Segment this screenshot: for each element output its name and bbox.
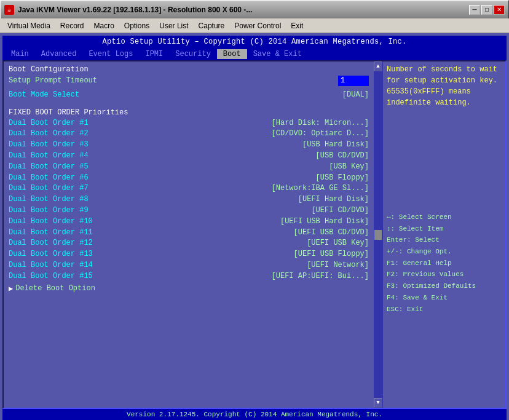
boot-order-label-8[interactable]: Dual Boot Order #8	[9, 194, 89, 205]
scrollbar[interactable]: ▲ ▼	[374, 61, 382, 408]
menu-bar: Virtual MediaRecordMacroOptionsUser List…	[0, 18, 509, 33]
boot-order-label-2[interactable]: Dual Boot Order #2	[9, 129, 89, 139]
boot-order-row-3: Dual Boot Order #3[USB Hard Disk]	[9, 140, 369, 150]
boot-order-row-14: Dual Boot Order #14[UEFI Network]	[9, 260, 369, 271]
delete-boot-label[interactable]: Delete Boot Option	[15, 284, 95, 293]
scroll-thumb[interactable]	[374, 230, 382, 240]
nav-help-item: +/-: Change Opt.	[387, 246, 502, 258]
tab-save-exit[interactable]: Save & Exit	[247, 49, 308, 59]
boot-order-value-4: [USB CD/DVD]	[316, 151, 369, 161]
fixed-order-title: FIXED BOOT ORDER Priorities	[9, 108, 369, 117]
boot-order-label-11[interactable]: Dual Boot Order #11	[9, 228, 93, 238]
setup-prompt-row: Setup Prompt Timeout 1	[9, 76, 369, 86]
boot-order-value-14: [UEFI Network]	[307, 260, 369, 271]
nav-help-item: Enter: Select	[387, 234, 502, 246]
boot-order-value-15: [UEFI AP:UEFI: Bui...]	[272, 271, 369, 282]
menu-macro[interactable]: Macro	[89, 20, 119, 31]
boot-order-row-9: Dual Boot Order #9[UEFI CD/DVD]	[9, 205, 369, 216]
boot-order-value-10: [UEFI USB Hard Disk]	[280, 216, 369, 227]
menu-capture[interactable]: Capture	[194, 20, 230, 31]
menu-exit[interactable]: Exit	[286, 20, 308, 31]
boot-order-value-3: [USB Hard Disk]	[302, 140, 369, 150]
delete-arrow: ▶	[9, 284, 13, 293]
boot-order-row-12: Dual Boot Order #12[UEFI USB Key]	[9, 238, 369, 248]
boot-order-value-11: [UEFI USB CD/DVD]	[294, 228, 369, 238]
menu-user-list[interactable]: User List	[154, 20, 193, 31]
bios-nav: MainAdvancedEvent LogsIPMISecurityBootSa…	[2, 48, 507, 60]
boot-order-row-13: Dual Boot Order #13[UEFI USB Floppy]	[9, 249, 369, 260]
boot-order-label-5[interactable]: Dual Boot Order #5	[9, 162, 89, 172]
nav-help-item: F2: Previous Values	[387, 269, 502, 280]
boot-order-label-13[interactable]: Dual Boot Order #13	[9, 249, 93, 260]
boot-order-value-6: [USB Floppy]	[316, 173, 369, 183]
boot-order-row-15: Dual Boot Order #15[UEFI AP:UEFI: Bui...…	[9, 271, 369, 282]
menu-virtual-media[interactable]: Virtual Media	[2, 20, 55, 31]
scroll-down-arrow[interactable]: ▼	[374, 398, 382, 408]
nav-help-item: ↔: Select Screen	[387, 212, 502, 223]
boot-order-row-8: Dual Boot Order #8[UEFI Hard Disk]	[9, 194, 369, 205]
title-bar: ☕ Java iKVM Viewer v1.69.22 [192.168.1.1…	[0, 0, 509, 18]
boot-order-row-10: Dual Boot Order #10[UEFI USB Hard Disk]	[9, 216, 369, 227]
boot-order-label-14[interactable]: Dual Boot Order #14	[9, 260, 93, 271]
nav-help-item: F4: Save & Exit	[387, 292, 502, 304]
nav-help: ↔: Select Screen↕: Select ItemEnter: Sel…	[387, 212, 502, 315]
boot-order-label-9[interactable]: Dual Boot Order #9	[9, 205, 89, 216]
close-button[interactable]: ✕	[494, 5, 505, 15]
menu-record[interactable]: Record	[55, 20, 89, 31]
boot-order-label-15[interactable]: Dual Boot Order #15	[9, 271, 93, 282]
boot-order-value-5: [USB Key]	[329, 162, 369, 172]
left-panel: Boot Configuration Setup Prompt Timeout …	[4, 61, 374, 408]
bios-container: Aptio Setup Utility – Copyright (C) 2014…	[0, 33, 509, 420]
boot-order-value-2: [CD/DVD: Optiarc D...]	[272, 129, 369, 139]
boot-mode-value: [DUAL]	[342, 90, 369, 100]
app-icon: ☕	[4, 5, 14, 15]
nav-help-item: ↕: Select Item	[387, 223, 502, 235]
version-bar: Version 2.17.1245. Copyright (C) 2014 Am…	[2, 409, 507, 420]
boot-order-row-5: Dual Boot Order #5[USB Key]	[9, 162, 369, 172]
boot-order-label-1[interactable]: Dual Boot Order #1	[9, 118, 89, 129]
boot-order-row-11: Dual Boot Order #11[UEFI USB CD/DVD]	[9, 228, 369, 238]
boot-order-value-9: [UEFI CD/DVD]	[311, 205, 369, 216]
nav-help-item: F1: General Help	[387, 258, 502, 269]
boot-order-row-4: Dual Boot Order #4[USB CD/DVD]	[9, 151, 369, 161]
boot-order-row-6: Dual Boot Order #6[USB Floppy]	[9, 173, 369, 183]
tab-advanced[interactable]: Advanced	[35, 49, 83, 59]
tab-boot[interactable]: Boot	[217, 49, 247, 59]
tab-ipmi[interactable]: IPMI	[139, 49, 169, 59]
boot-order-row-7: Dual Boot Order #7[Network:IBA GE Sl...]	[9, 183, 369, 194]
bios-content: Boot Configuration Setup Prompt Timeout …	[2, 60, 507, 409]
boot-order-row-2: Dual Boot Order #2[CD/DVD: Optiarc D...]	[9, 129, 369, 139]
maximize-button[interactable]: □	[481, 5, 492, 15]
menu-power-control[interactable]: Power Control	[229, 20, 286, 31]
nav-help-item: ESC: Exit	[387, 304, 502, 315]
menu-options[interactable]: Options	[119, 20, 154, 31]
boot-order-value-13: [UEFI USB Floppy]	[294, 249, 369, 260]
boot-order-value-7: [Network:IBA GE Sl...]	[272, 183, 369, 194]
boot-mode-row: Boot Mode Select [DUAL]	[9, 90, 369, 100]
tab-security[interactable]: Security	[169, 49, 217, 59]
tab-event-logs[interactable]: Event Logs	[82, 49, 139, 59]
boot-order-value-12: [UEFI USB Key]	[307, 238, 369, 248]
nav-help-item: F3: Optimized Defaults	[387, 280, 502, 292]
boot-order-value-8: [UEFI Hard Disk]	[298, 194, 369, 205]
boot-order-value-1: [Hard Disk: Micron...]	[272, 118, 369, 129]
boot-order-label-4[interactable]: Dual Boot Order #4	[9, 151, 89, 161]
minimize-button[interactable]: ─	[469, 5, 480, 15]
boot-mode-label[interactable]: Boot Mode Select	[9, 90, 79, 100]
boot-order-label-6[interactable]: Dual Boot Order #6	[9, 173, 89, 183]
section-title: Boot Configuration	[9, 65, 369, 74]
boot-order-label-7[interactable]: Dual Boot Order #7	[9, 183, 89, 194]
boot-order-label-12[interactable]: Dual Boot Order #12	[9, 238, 93, 248]
window-title: Java iKVM Viewer v1.69.22 [192.168.1.13]…	[18, 6, 468, 14]
tab-main[interactable]: Main	[5, 49, 35, 59]
boot-order-row-1: Dual Boot Order #1[Hard Disk: Micron...]	[9, 118, 369, 129]
scroll-up-arrow[interactable]: ▲	[374, 61, 382, 71]
delete-boot-row: ▶Delete Boot Option	[9, 284, 369, 293]
boot-order-label-10[interactable]: Dual Boot Order #10	[9, 216, 93, 227]
help-panel: Number of seconds to waitfor setup activ…	[382, 61, 505, 408]
setup-prompt-value[interactable]: 1	[338, 76, 369, 86]
help-text: Number of seconds to waitfor setup activ…	[387, 64, 502, 108]
bios-title: Aptio Setup Utility – Copyright (C) 2014…	[2, 36, 507, 48]
boot-order-label-3[interactable]: Dual Boot Order #3	[9, 140, 89, 150]
setup-prompt-label: Setup Prompt Timeout	[9, 76, 97, 86]
